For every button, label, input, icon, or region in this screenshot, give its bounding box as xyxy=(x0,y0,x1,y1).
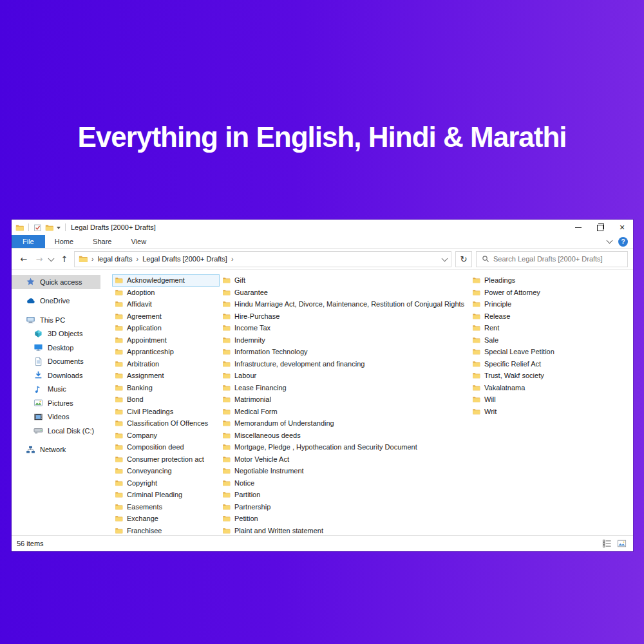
address-dropdown-chevron-icon[interactable] xyxy=(442,255,448,261)
folder-item-appranticeship[interactable]: Appranticeship xyxy=(112,346,220,358)
folder-item-affidavit[interactable]: Affidavit xyxy=(112,298,220,310)
tab-home[interactable]: Home xyxy=(45,235,83,248)
properties-check-icon[interactable] xyxy=(33,223,42,232)
folder-item-lease-financing[interactable]: Lease Financing xyxy=(220,382,469,394)
folder-item-hindu-marriage-act-divorce-maintenance-restitution-of-conjugal-rights[interactable]: Hindu Marriage Act, Divorce, Maintenance… xyxy=(220,298,469,310)
folder-item-arbitration[interactable]: Arbitration xyxy=(112,358,220,370)
folder-item-plaint-and-written-statement[interactable]: Plaint and Written statement xyxy=(220,525,469,536)
breadcrumb-item-legal-drafts[interactable]: legal drafts xyxy=(98,255,133,263)
recent-locations-chevron-icon[interactable] xyxy=(48,255,55,261)
folder-item-specific-relief-act[interactable]: Specific Relief Act xyxy=(469,358,618,370)
tab-view[interactable]: View xyxy=(121,235,156,248)
folder-item-vakalatnama[interactable]: Vakalatnama xyxy=(469,382,618,394)
item-count: 56 items xyxy=(17,540,44,547)
folder-item-easements[interactable]: Easements xyxy=(112,501,220,513)
folder-item-assignment[interactable]: Assignment xyxy=(112,370,220,382)
folder-item-partnership[interactable]: Partnership xyxy=(220,501,469,513)
folder-item-information-technology[interactable]: Information Technology xyxy=(220,346,469,358)
folder-item-adoption[interactable]: Adoption xyxy=(112,287,220,299)
sidebar-item-pictures[interactable]: Pictures xyxy=(12,396,100,410)
folder-item-miscellaneous-deeds[interactable]: Miscellaneous deeds xyxy=(220,430,469,442)
folder-item-acknowledgement[interactable]: Acknowledgement xyxy=(112,274,220,287)
folder-item-appointment[interactable]: Appointment xyxy=(112,334,220,346)
folder-item-mortgage-pledge-hypothecation-and-security-document[interactable]: Mortgage, Pledge , Hypothecation and Sec… xyxy=(220,441,469,453)
sidebar-item-quick-access[interactable]: Quick access xyxy=(12,275,100,289)
sidebar-item-documents[interactable]: Documents xyxy=(12,355,100,369)
folder-item-exchange[interactable]: Exchange xyxy=(112,513,220,525)
sidebar-item-onedrive[interactable]: OneDrive xyxy=(12,294,100,308)
folder-item-company[interactable]: Company xyxy=(112,430,220,442)
folder-item-pleadings[interactable]: Pleadings xyxy=(469,274,618,287)
folder-icon xyxy=(222,348,231,355)
up-button[interactable]: ↑ xyxy=(59,254,70,264)
folder-item-labour[interactable]: Labour xyxy=(220,370,469,382)
folder-item-application[interactable]: Application xyxy=(112,322,220,334)
refresh-button[interactable]: ↻ xyxy=(455,251,472,267)
sidebar-item-network[interactable]: Network xyxy=(12,443,100,457)
folder-item-bond[interactable]: Bond xyxy=(112,393,220,406)
folder-item-income-tax[interactable]: Income Tax xyxy=(220,322,469,334)
breadcrumb-item-legal-drafts-2000-drafts[interactable]: Legal Drafts [2000+ Drafts] xyxy=(142,255,227,263)
folder-item-hire-purchase[interactable]: Hire-Purchase xyxy=(220,310,469,323)
folder-item-memorandum-of-understanding[interactable]: Memorandum of Understanding xyxy=(220,417,469,430)
help-button[interactable]: ? xyxy=(618,237,628,247)
folder-item-medical-form[interactable]: Medical Form xyxy=(220,406,469,418)
folder-item-special-leave-petition[interactable]: Special Leave Petition xyxy=(469,346,618,358)
folder-item-franchisee[interactable]: Franchisee xyxy=(112,525,220,536)
folder-item-conveyancing[interactable]: Conveyancing xyxy=(112,465,220,477)
sidebar-item-3d-objects[interactable]: 3D Objects xyxy=(12,327,100,341)
folder-item-will[interactable]: Will xyxy=(469,393,618,406)
sidebar-item-downloads[interactable]: Downloads xyxy=(12,368,100,383)
folder-item-agreement[interactable]: Agreement xyxy=(112,310,220,323)
qat-customize-caret-icon[interactable] xyxy=(57,227,61,229)
folder-item-trust-wakf-society[interactable]: Trust, Wakf society xyxy=(469,370,618,382)
folder-item-release[interactable]: Release xyxy=(469,310,618,323)
folder-icon xyxy=(79,254,88,263)
folder-item-power-of-attorney[interactable]: Power of Attorney xyxy=(469,287,618,299)
details-view-button[interactable] xyxy=(602,539,612,548)
sidebar-item-music[interactable]: Music xyxy=(12,383,100,397)
sidebar-item-label: 3D Objects xyxy=(48,330,82,337)
folder-item-rent[interactable]: Rent xyxy=(469,322,618,334)
expand-ribbon-chevron-icon[interactable] xyxy=(607,238,613,244)
folder-item-motor-vehicle-act[interactable]: Motor Vehicle Act xyxy=(220,453,469,466)
sidebar-item-videos[interactable]: Videos xyxy=(12,410,100,424)
folder-item-writ[interactable]: Writ xyxy=(469,406,618,418)
sidebar-item-desktop[interactable]: Desktop xyxy=(12,341,100,355)
minimize-button[interactable] xyxy=(567,220,589,235)
folder-item-gift[interactable]: Gift xyxy=(220,274,469,287)
sidebar-item-this-pc[interactable]: This PC xyxy=(12,313,100,327)
breadcrumb[interactable]: ›legal drafts›Legal Drafts [2000+ Drafts… xyxy=(74,251,451,267)
folder-item-sale[interactable]: Sale xyxy=(469,334,618,346)
folder-item-consumer-protection-act[interactable]: Consumer protection act xyxy=(112,453,220,466)
folder-item-indemnity[interactable]: Indemnity xyxy=(220,334,469,346)
folder-item-negotiable-instrument[interactable]: Negotiable Instrument xyxy=(220,465,469,477)
folder-item-partition[interactable]: Partition xyxy=(220,489,469,501)
folder-item-banking[interactable]: Banking xyxy=(112,382,220,394)
folder-item-matrimonial[interactable]: Matrimonial xyxy=(220,393,469,406)
folder-item-guarantee[interactable]: Guarantee xyxy=(220,287,469,299)
folder-item-composition-deed[interactable]: Composition deed xyxy=(112,441,220,453)
restore-button[interactable] xyxy=(589,220,611,235)
folder-item-label: Writ xyxy=(484,408,497,415)
tab-share[interactable]: Share xyxy=(83,235,121,248)
folder-item-notice[interactable]: Notice xyxy=(220,477,469,489)
tab-file[interactable]: File xyxy=(12,235,45,248)
search-input[interactable]: Search Legal Drafts [2000+ Drafts] xyxy=(476,251,628,267)
folder-item-civil-pleadings[interactable]: Civil Pleadings xyxy=(112,406,220,418)
folder-item-criminal-pleading[interactable]: Criminal Pleading xyxy=(112,489,220,501)
new-folder-icon[interactable] xyxy=(45,223,53,232)
folder-item-principle[interactable]: Principle xyxy=(469,298,618,310)
back-button[interactable]: ← xyxy=(18,254,30,264)
close-icon: × xyxy=(620,223,625,232)
folder-item-petition[interactable]: Petition xyxy=(220,513,469,525)
close-button[interactable]: × xyxy=(611,220,633,235)
sidebar-item-local-disk-c[interactable]: Local Disk (C:) xyxy=(12,424,100,438)
forward-button[interactable]: → xyxy=(33,254,45,264)
folder-item-classification-of-offences[interactable]: Classification Of Offences xyxy=(112,417,220,430)
folder-item-label: Memorandum of Understanding xyxy=(234,419,334,427)
folder-item-copyright[interactable]: Copyright xyxy=(112,477,220,489)
sidebar-item-label: Downloads xyxy=(48,372,82,379)
folder-item-infrastructure-development-and-financing[interactable]: Infrastructure, development and financin… xyxy=(220,358,469,370)
thumbnail-view-button[interactable] xyxy=(617,539,627,548)
